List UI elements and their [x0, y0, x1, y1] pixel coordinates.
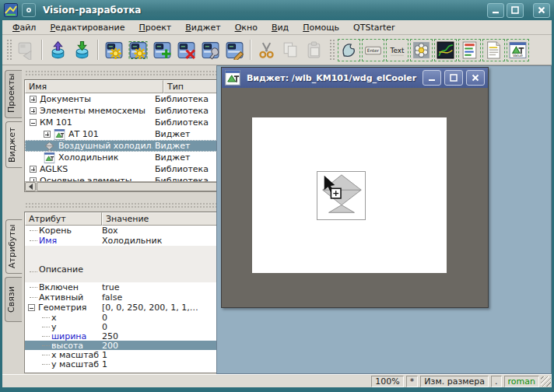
dock-texture [25, 202, 247, 208]
toolbar-separator [41, 40, 43, 60]
cooler-widget[interactable] [317, 171, 366, 220]
tree-item-label: Воздушный холодил... [58, 141, 153, 151]
application-window: Vision-разработка Файл Редактирование Пр… [0, 0, 554, 392]
db-save-icon[interactable] [70, 38, 94, 62]
menu-view[interactable]: Вид [265, 21, 296, 34]
toolbar-grip[interactable] [329, 39, 335, 61]
child-window-titlebar[interactable]: Виджет: /wlb_KM101/wdg_elCooler [222, 68, 488, 88]
delete-widget-icon[interactable] [174, 38, 198, 62]
attr-label: высота [51, 341, 83, 350]
tree-item-label: Элементы мнемосхемы [40, 106, 146, 116]
load-widget-icon[interactable] [14, 38, 38, 62]
scroll-left-icon[interactable] [25, 182, 36, 191]
svg-text:Value: Value [513, 54, 523, 58]
collapse-icon[interactable] [28, 304, 35, 311]
widget-dt-icon [54, 129, 65, 140]
window-border [0, 387, 554, 392]
dock-tabs: Проекты Виджет Атрибуты Связи [2, 65, 23, 374]
attr-label: Корень [39, 226, 72, 236]
attr-label: Имя [39, 236, 57, 246]
resize-grip[interactable] [541, 376, 551, 387]
menu-help[interactable]: Помощь [296, 21, 346, 34]
new-widget-icon[interactable] [102, 38, 126, 62]
primitive-figure-icon[interactable] [337, 38, 361, 62]
attr-label: Активный [39, 292, 83, 303]
cut-icon[interactable] [254, 38, 279, 62]
primitive-text-icon[interactable]: Text [385, 38, 409, 62]
attr-label: Описание [39, 264, 83, 275]
main-area: Проекты Виджет Атрибуты Связи Виджет Имя [2, 65, 552, 374]
toolbar-separator [97, 40, 99, 60]
collapse-icon[interactable] [30, 119, 37, 126]
primitive-function-icon[interactable]: Value [506, 38, 530, 62]
widget-edit-icon[interactable] [223, 38, 247, 62]
tab-attributes[interactable]: Атрибуты [5, 219, 23, 274]
child-close-button[interactable] [466, 70, 485, 86]
child-maximize-button[interactable] [444, 70, 463, 86]
attr-label: x масштаб [51, 350, 99, 359]
menu-project[interactable]: Проект [131, 21, 178, 34]
widget-dt-icon [44, 152, 55, 163]
expand-icon[interactable] [30, 107, 37, 114]
current-user: roman [504, 376, 539, 387]
cooler-symbol [317, 172, 365, 219]
primitive-document-icon[interactable] [482, 38, 506, 62]
close-button[interactable] [533, 3, 550, 18]
tab-projects[interactable]: Проекты [5, 70, 22, 118]
edit-mode-status: Изм. размера [420, 376, 489, 387]
widget-properties-icon[interactable] [198, 38, 223, 62]
attr-label: y [51, 322, 57, 331]
attr-label: Геометрия [38, 303, 86, 313]
primitive-protocol-icon[interactable] [458, 38, 482, 62]
primitive-diagram-icon[interactable] [433, 38, 458, 62]
tree-item-label: КМ 101 [40, 117, 72, 128]
svg-text:Text: Text [390, 47, 405, 54]
attr-label: ширина [51, 331, 86, 341]
menu-edit[interactable]: Редактирование [43, 21, 131, 34]
copy-icon[interactable] [279, 38, 303, 62]
db-load-icon[interactable] [46, 38, 70, 62]
menu-file[interactable]: Файл [5, 21, 43, 34]
tab-links[interactable]: Связи [5, 277, 22, 322]
widget-edit-window[interactable]: Виджет: /wlb_KM101/wdg_elCooler [221, 67, 489, 308]
column-header-attribute[interactable]: Атрибут [25, 212, 102, 226]
menu-widget[interactable]: Виджет [178, 21, 227, 34]
attr-label: y масштаб [51, 359, 99, 369]
expand-icon[interactable] [44, 131, 51, 138]
window-title: Vision-разработка [43, 5, 483, 16]
primitive-form-icon[interactable]: Enter [361, 38, 385, 62]
svg-text:Enter: Enter [367, 48, 380, 53]
status-bar: 100% * Изм. размера . roman [2, 374, 552, 387]
toolbar-separator [250, 40, 251, 60]
modified-indicator: * [406, 376, 419, 387]
expand-icon[interactable] [30, 166, 37, 173]
tab-widget[interactable]: Виджет [5, 121, 23, 168]
new-container-widget-icon[interactable] [126, 38, 150, 62]
widget-canvas[interactable] [252, 117, 447, 273]
toolbar-grip[interactable] [6, 39, 12, 61]
maximize-button[interactable] [507, 3, 524, 18]
tree-item-label: Документы [40, 94, 91, 104]
menu-qtstarter[interactable]: QTStarter [346, 21, 402, 34]
widget-cooler-icon [44, 141, 55, 152]
status-dot: . [491, 376, 502, 387]
tree-item-label: Основные элементы [40, 176, 131, 181]
mdi-area: Виджет: /wlb_KM101/wdg_elCooler [216, 65, 552, 374]
tree-item-label: Холодильник [58, 152, 118, 163]
attr-label: Включен [39, 282, 79, 292]
window-titlebar[interactable]: Vision-разработка [0, 0, 554, 20]
tree-item-label: АТ 101 [68, 129, 99, 139]
zoom-level: 100% [371, 376, 403, 387]
minimize-button[interactable] [487, 3, 504, 18]
add-widget-icon[interactable] [150, 38, 174, 62]
attr-label: x [51, 313, 57, 322]
paste-icon[interactable] [303, 38, 327, 62]
app-icon [4, 3, 18, 17]
expand-icon[interactable] [30, 96, 37, 103]
child-minimize-button[interactable] [423, 70, 441, 86]
window-controls [487, 3, 550, 18]
window-menu-button[interactable] [22, 3, 36, 17]
column-header-name[interactable]: Имя [25, 80, 163, 93]
menu-window[interactable]: Окно [228, 21, 265, 34]
primitive-media-icon[interactable] [409, 38, 433, 62]
